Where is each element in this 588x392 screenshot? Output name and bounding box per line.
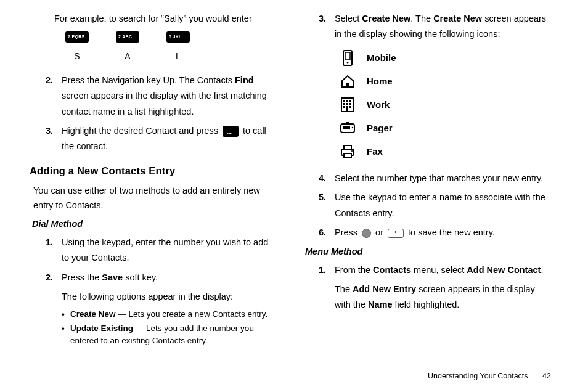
step-number: 2. (46, 270, 62, 305)
heading-menu-method: Menu Method (305, 244, 551, 259)
icon-row-pager: Pager (340, 116, 551, 140)
right-step-3: 3. Select Create New. The Create New scr… (319, 11, 551, 43)
key-5: 5 JKL L (166, 31, 190, 64)
key-letter-s: S (74, 49, 80, 64)
example-intro: For example, to search for “Sally” you w… (54, 11, 278, 27)
icon-label: Mobile (367, 50, 396, 66)
text: field highlighted. (393, 300, 460, 309)
send-key-icon (223, 126, 239, 137)
bold: Create New (362, 14, 410, 23)
step-number: 3. (319, 11, 335, 43)
icon-row-mobile: Mobile (340, 46, 551, 70)
menu-step-1: 1. From the Contacts menu, select Add Ne… (319, 263, 551, 313)
bold: Name (368, 300, 393, 309)
icon-label: Fax (367, 144, 383, 160)
ok-key-icon (388, 229, 404, 238)
text: . The (410, 14, 433, 23)
keycap-2: 2 ABC (116, 31, 139, 43)
right-step-5: 5. Use the keypad to enter a name to ass… (319, 190, 551, 221)
text: menu, select (411, 265, 467, 275)
svg-rect-10 (349, 103, 351, 105)
keycap-5: 5 JKL (166, 31, 190, 43)
text: soft key. (123, 272, 158, 282)
step-body: Use the keypad to enter a name to associ… (335, 190, 551, 221)
text: Press (335, 227, 360, 237)
key-letter-a: A (125, 49, 130, 64)
step-number: 1. (46, 235, 62, 266)
bold: Add New Entry (353, 284, 416, 294)
text: Highlight the desired Contact and press (62, 126, 221, 136)
step-number: 4. (319, 171, 335, 186)
step-body: Press the Navigation key Up. The Contact… (62, 73, 278, 120)
bold: Save (102, 272, 123, 282)
key-2: 2 ABC A (116, 31, 139, 64)
page-footer: Understanding Your Contacts 42 (428, 370, 551, 383)
step-body: Press or to save the new entry. (335, 225, 551, 240)
home-icon (340, 73, 356, 89)
left-step-2: 2. Press the Navigation key Up. The Cont… (46, 73, 278, 120)
text: The following options appear in the disp… (62, 289, 278, 304)
right-step-4: 4. Select the number type that matches y… (319, 171, 551, 186)
text: — Lets you create a new Contacts entry. (116, 309, 268, 319)
svg-rect-12 (349, 106, 351, 108)
bullet-create-new: • Create New — Lets you create a new Con… (62, 308, 278, 321)
center-key-icon (362, 229, 371, 238)
text: Select (335, 14, 362, 23)
right-step-6: 6. Press or to save the new entry. (319, 225, 551, 240)
svg-point-21 (351, 150, 353, 152)
step-number: 2. (46, 73, 62, 120)
step-body: Select Create New. The Create New screen… (335, 11, 551, 43)
heading-dial-method: Dial Method (32, 216, 278, 232)
svg-rect-13 (346, 106, 348, 111)
svg-rect-19 (344, 145, 351, 149)
mobile-icon (340, 50, 356, 66)
svg-rect-15 (343, 126, 350, 129)
step-body: Using the keypad, enter the number you w… (62, 235, 278, 266)
svg-rect-20 (344, 153, 351, 158)
text: From the (335, 265, 373, 275)
svg-rect-6 (346, 100, 348, 102)
text: or (373, 227, 386, 237)
left-step-3: 3. Highlight the desired Contact and pre… (46, 123, 278, 155)
step-body: Highlight the desired Contact and press … (62, 123, 278, 155)
text: screen appears in the display with the f… (62, 91, 267, 116)
bold: Create New (433, 14, 482, 23)
text: Press the (62, 272, 102, 282)
subtext: You can use either of two methods to add… (33, 184, 278, 213)
step-number: 5. (319, 190, 335, 221)
bullet-update-existing: • Update Existing — Lets you add the num… (62, 322, 278, 348)
heading-add-contact: Adding a New Contacts Entry (30, 162, 278, 180)
left-column: For example, to search for “Sally” you w… (30, 11, 278, 348)
text: Press the Navigation key Up. The Contact… (62, 75, 235, 85)
bold: Find (235, 75, 254, 85)
bold: Create New (70, 309, 116, 319)
icon-label: Pager (367, 120, 393, 136)
right-column: 3. Select Create New. The Create New scr… (303, 11, 551, 348)
icon-row-home: Home (340, 70, 551, 93)
dial-step-2: 2. Press the Save soft key. The followin… (46, 270, 278, 305)
key-7: 7 PQRS S (65, 31, 89, 64)
svg-rect-3 (346, 83, 349, 87)
dial-step-1: 1. Using the keypad, enter the number yo… (46, 235, 278, 266)
step-number: 6. (319, 225, 335, 240)
key-letter-l: L (176, 49, 181, 64)
footer-section: Understanding Your Contacts (428, 372, 528, 380)
icon-list: Mobile Home Work Pager (340, 46, 551, 163)
bold: Contacts (373, 265, 411, 275)
step-number: 1. (319, 263, 335, 313)
bold: Add New Contact (467, 265, 541, 275)
bold: Update Existing (70, 324, 133, 333)
text: to save the new entry. (406, 227, 495, 237)
text: . (541, 265, 543, 275)
fax-icon (340, 144, 356, 159)
text: The (335, 284, 353, 294)
pager-icon (340, 121, 356, 135)
work-icon (340, 97, 356, 113)
icon-label: Work (367, 97, 390, 113)
svg-rect-9 (346, 103, 348, 105)
svg-point-16 (352, 126, 354, 128)
svg-rect-11 (343, 106, 345, 108)
step-number: 3. (46, 123, 62, 155)
svg-rect-5 (343, 100, 345, 102)
icon-label: Home (367, 73, 393, 89)
